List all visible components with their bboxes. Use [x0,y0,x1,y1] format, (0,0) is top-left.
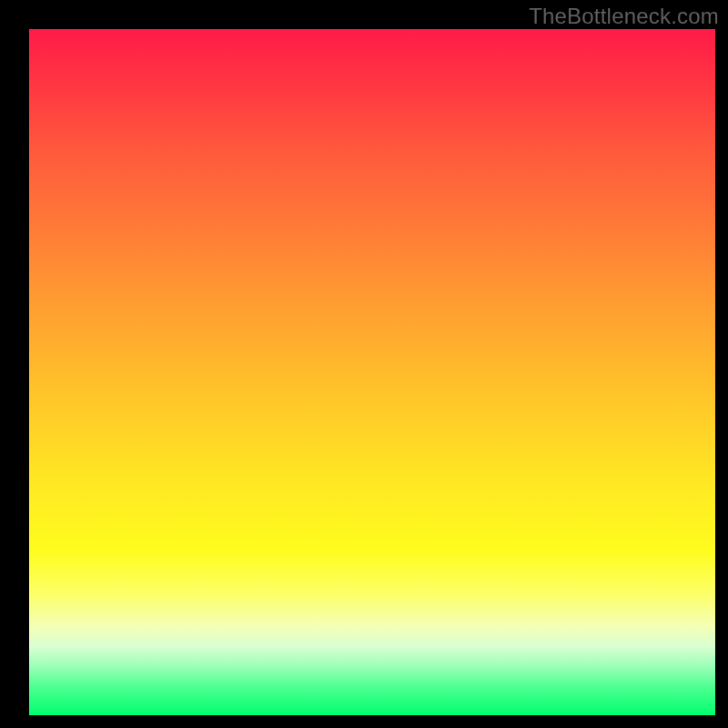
background-gradient [29,29,715,715]
watermark-text: TheBottleneck.com [529,4,719,29]
chart-frame: TheBottleneck.com [0,0,728,728]
plot-area [29,29,715,715]
